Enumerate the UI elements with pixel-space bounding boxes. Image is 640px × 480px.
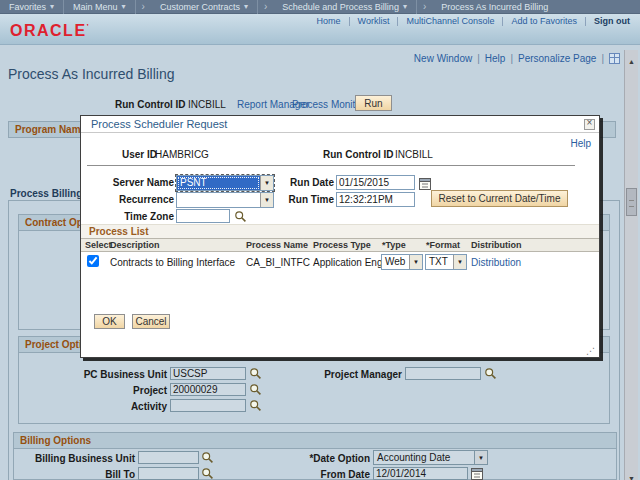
- utility-bar: New Window | Help | Personalize Page |: [414, 53, 620, 64]
- ok-button[interactable]: OK: [94, 314, 125, 329]
- breadcrumb-item-schedule-process-billing[interactable]: Schedule and Process Billing: [273, 0, 417, 14]
- distribution-link[interactable]: Distribution: [471, 257, 521, 268]
- date-option-value: Accounting Date: [374, 451, 474, 464]
- project-manager-label: Project Manager: [290, 369, 402, 380]
- type-select[interactable]: Web: [381, 254, 423, 270]
- close-icon[interactable]: [584, 119, 595, 130]
- link-multichannel-console[interactable]: MultiChannel Console: [406, 16, 494, 26]
- dialog-title: Process Scheduler Request: [91, 118, 227, 130]
- scrollbar[interactable]: [624, 50, 638, 480]
- col-type: *Type: [382, 240, 406, 250]
- date-option-select[interactable]: Accounting Date: [373, 450, 488, 465]
- billing-business-unit-field[interactable]: [138, 451, 199, 464]
- user-id-label: User ID: [122, 149, 157, 160]
- divider: [349, 17, 350, 26]
- personalize-page-link[interactable]: Personalize Page: [518, 53, 596, 64]
- link-sign-out[interactable]: Sign out: [594, 16, 630, 26]
- breadcrumb-label: Favorites: [9, 0, 46, 14]
- process-monitor-link[interactable]: Process Monitor: [292, 99, 364, 110]
- scroll-up-icon[interactable]: [625, 50, 638, 63]
- cancel-button[interactable]: Cancel: [132, 314, 170, 329]
- dropdown-arrow-icon[interactable]: [453, 255, 466, 269]
- modal-run-control-id-value: INCBILL: [395, 149, 433, 160]
- link-worklist[interactable]: Worklist: [358, 16, 390, 26]
- section-label: Billing Options: [20, 435, 91, 446]
- breadcrumb-separator-icon: [136, 1, 151, 12]
- scrollbar-thumb[interactable]: [626, 188, 637, 216]
- help-link[interactable]: Help: [485, 53, 506, 64]
- project-manager-field[interactable]: [405, 367, 481, 380]
- process-list-title: Process List: [89, 225, 148, 239]
- col-process-type: Process Type: [313, 240, 371, 250]
- oracle-logo: ORACLE: [10, 22, 90, 40]
- project-manager-lookup-icon[interactable]: [484, 366, 497, 379]
- activity-lookup-icon[interactable]: [249, 398, 262, 411]
- project-field[interactable]: [170, 383, 246, 396]
- format-value: TXT: [426, 255, 453, 269]
- process-description: Contracts to Billing Interface: [110, 257, 235, 268]
- pc-business-unit-field[interactable]: [170, 367, 246, 380]
- from-date-field[interactable]: [373, 467, 468, 480]
- new-window-link[interactable]: New Window: [414, 53, 472, 64]
- run-date-field[interactable]: [336, 175, 415, 190]
- col-process-name: Process Name: [246, 240, 308, 250]
- breadcrumb-item-main-menu[interactable]: Main Menu: [64, 0, 136, 14]
- reset-date-time-button[interactable]: Reset to Current Date/Time: [431, 190, 568, 207]
- section-label: Program Name: [15, 124, 86, 135]
- run-time-field[interactable]: [336, 192, 415, 207]
- process-select-checkbox[interactable]: [87, 255, 99, 267]
- user-id-value: HAMBRICG: [155, 149, 209, 160]
- dialog-titlebar[interactable]: Process Scheduler Request: [81, 116, 599, 133]
- resize-handle-icon[interactable]: [586, 346, 595, 356]
- type-value: Web: [382, 255, 409, 269]
- process-name: CA_BI_INTFC: [246, 257, 310, 268]
- billing-business-unit-lookup-icon[interactable]: [201, 450, 214, 463]
- divider: [502, 17, 503, 26]
- bill-to-lookup-icon[interactable]: [201, 466, 214, 479]
- run-date-calendar-icon[interactable]: [419, 176, 432, 189]
- project-label: Project: [40, 385, 167, 396]
- activity-field[interactable]: [170, 399, 246, 412]
- divider: |: [510, 53, 513, 64]
- breadcrumb-item-customer-contracts[interactable]: Customer Contracts: [151, 0, 258, 14]
- col-description: Description: [110, 240, 160, 250]
- scroll-down-icon[interactable]: [625, 467, 638, 480]
- time-zone-lookup-icon[interactable]: [234, 209, 247, 222]
- page-title: Process As Incurred Billing: [8, 66, 175, 82]
- process-scheduler-request-dialog: Process Scheduler Request Help User ID H…: [80, 115, 600, 358]
- col-select: Select: [85, 240, 112, 250]
- breadcrumb-label: Main Menu: [73, 0, 118, 14]
- col-format: *Format: [426, 240, 460, 250]
- col-distribution: Distribution: [471, 240, 522, 250]
- divider: |: [601, 53, 604, 64]
- project-lookup-icon[interactable]: [249, 382, 262, 395]
- run-time-label: Run Time: [241, 194, 334, 205]
- time-zone-label: Time Zone: [81, 211, 174, 222]
- dialog-help-link[interactable]: Help: [570, 138, 591, 149]
- dropdown-arrow-icon[interactable]: [409, 255, 422, 269]
- section-label: Project Optio: [25, 339, 88, 350]
- breadcrumb-separator-icon: [417, 1, 432, 12]
- link-add-to-favorites[interactable]: Add to Favorites: [511, 16, 577, 26]
- breadcrumb: Favorites Main Menu Customer Contracts S…: [0, 0, 640, 14]
- divider: [585, 17, 586, 26]
- run-button[interactable]: Run: [355, 95, 392, 111]
- dropdown-arrow-icon[interactable]: [474, 451, 487, 464]
- run-date-label: Run Date: [241, 177, 334, 188]
- link-home[interactable]: Home: [317, 16, 341, 26]
- from-date-calendar-icon[interactable]: [471, 466, 484, 479]
- activity-label: Activity: [40, 401, 167, 412]
- time-zone-field[interactable]: [176, 209, 230, 223]
- app-header: ORACLE Home Worklist MultiChannel Consol…: [0, 14, 640, 45]
- breadcrumb-label: Schedule and Process Billing: [282, 0, 399, 14]
- breadcrumb-item-favorites[interactable]: Favorites: [0, 0, 64, 14]
- bill-to-label: Bill To: [18, 469, 135, 480]
- recurrence-label: Recurrence: [81, 194, 174, 205]
- section-billing-options: Billing Options: [13, 432, 617, 449]
- run-control-id-label: Run Control ID: [115, 99, 186, 110]
- bill-to-field[interactable]: [138, 467, 199, 480]
- pc-business-unit-lookup-icon[interactable]: [249, 366, 262, 379]
- format-select[interactable]: TXT: [425, 254, 467, 270]
- server-name-label: Server Name: [81, 177, 174, 188]
- personalize-grid-icon[interactable]: [609, 53, 620, 64]
